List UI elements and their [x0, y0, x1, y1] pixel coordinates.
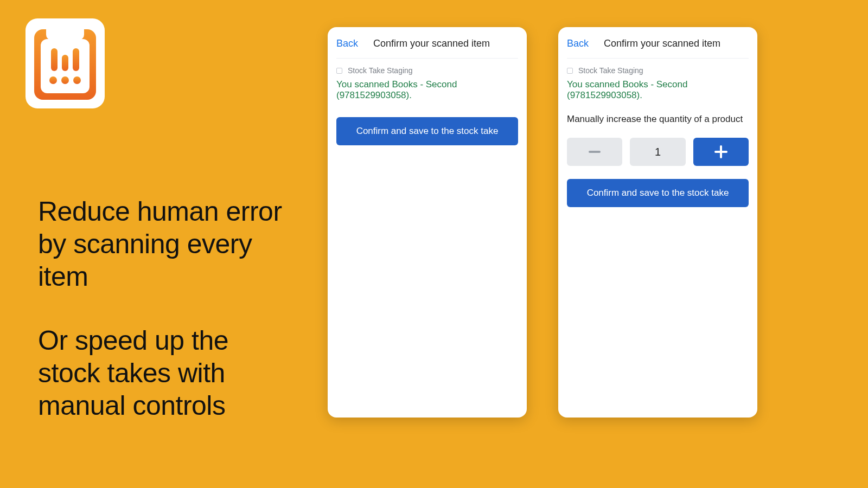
confirm-scan-panel: Back Confirm your scanned item Stock Tak…: [328, 27, 527, 418]
manual-quantity-label: Manually increase the quantity of a prod…: [567, 114, 749, 125]
app-icon-notch: [46, 25, 84, 40]
panel-header: Back Confirm your scanned item: [336, 35, 518, 59]
breadcrumb[interactable]: Stock Take Staging: [336, 66, 518, 75]
breadcrumb-icon: [567, 68, 573, 74]
plus-icon: [714, 145, 727, 158]
svg-rect-0: [589, 151, 601, 153]
app-icon-content: [41, 39, 90, 93]
quantity-value[interactable]: 1: [630, 138, 685, 166]
app-icon-bars: [51, 48, 79, 71]
confirm-save-button[interactable]: Confirm and save to the stock take: [336, 117, 518, 145]
panel-title: Confirm your scanned item: [373, 38, 490, 49]
app-icon-inner: [34, 29, 96, 100]
marketing-line-2: Or speed up the stock takes with manual …: [38, 324, 288, 422]
back-button[interactable]: Back: [567, 38, 589, 49]
scanned-message: You scanned Books - Second (978152990305…: [567, 79, 749, 101]
panel-title: Confirm your scanned item: [604, 38, 720, 49]
minus-icon: [589, 151, 601, 153]
marketing-copy: Reduce human error by scanning every ite…: [38, 195, 288, 422]
scanned-message: You scanned Books - Second (978152990305…: [336, 79, 518, 101]
confirm-scan-manual-panel: Back Confirm your scanned item Stock Tak…: [558, 27, 757, 418]
breadcrumb-label: Stock Take Staging: [348, 66, 413, 75]
breadcrumb-label: Stock Take Staging: [578, 66, 643, 75]
svg-rect-2: [714, 151, 727, 153]
app-icon-dots: [49, 76, 81, 84]
decrement-button[interactable]: [567, 138, 622, 166]
confirm-save-button[interactable]: Confirm and save to the stock take: [567, 179, 749, 207]
panel-header: Back Confirm your scanned item: [567, 35, 749, 59]
breadcrumb-icon: [336, 68, 342, 74]
increment-button[interactable]: [693, 138, 749, 166]
marketing-line-1: Reduce human error by scanning every ite…: [38, 195, 288, 293]
breadcrumb[interactable]: Stock Take Staging: [567, 66, 749, 75]
quantity-stepper: 1: [567, 138, 749, 166]
back-button[interactable]: Back: [336, 38, 358, 49]
app-icon: [25, 18, 105, 108]
